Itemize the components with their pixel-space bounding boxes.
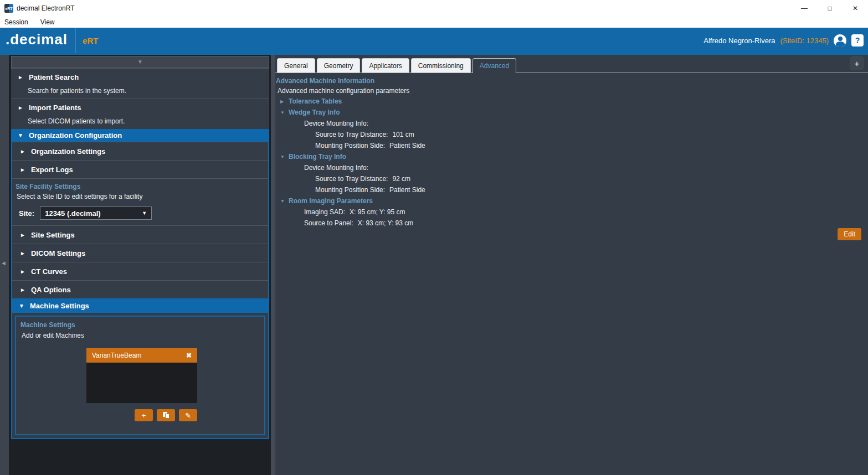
- chevron-right-icon: ►: [18, 74, 23, 80]
- tab-label: General: [284, 62, 308, 70]
- tab-general[interactable]: General: [277, 58, 315, 73]
- maximize-button[interactable]: □: [817, 0, 843, 17]
- field-label: Mounting Position Side:: [315, 142, 385, 149]
- chevron-down-icon: ▼: [19, 303, 24, 309]
- chevron-down-icon: ▼: [137, 59, 143, 65]
- chevron-right-icon: ►: [20, 148, 25, 154]
- sidebar-item-label: Organization Settings: [31, 147, 105, 156]
- sidebar-collapse-strip[interactable]: ◄: [0, 55, 9, 475]
- sidebar-item-label: Export Logs: [31, 166, 73, 174]
- tab-geometry[interactable]: Geometry: [317, 58, 361, 73]
- user-avatar-icon[interactable]: [834, 34, 846, 47]
- site-label: Site:: [19, 209, 34, 218]
- tree-node-label: Tolerance Tables: [289, 97, 342, 105]
- chevron-right-icon: ►: [18, 105, 23, 111]
- site-select-value: 12345 (.decimal): [45, 209, 142, 218]
- close-button[interactable]: ✕: [843, 0, 868, 17]
- sidebar-item-label: Patient Search: [29, 73, 79, 81]
- advanced-tab-content: Advanced Machine Information Advanced ma…: [275, 73, 868, 475]
- sidebar-item-ct-curves[interactable]: ► CT Curves: [12, 262, 268, 280]
- minimize-button[interactable]: —: [792, 0, 817, 17]
- menu-view[interactable]: View: [40, 18, 60, 26]
- field-value: 92 cm: [392, 175, 410, 183]
- chevron-down-icon: ▼: [280, 199, 285, 204]
- page-subtitle: Advanced machine configuration parameter…: [275, 86, 868, 96]
- sidebar-item-patient-search[interactable]: ► Patient Search Search for patients in …: [11, 68, 269, 99]
- machine-list-item-selected[interactable]: VarianTrueBeam ✖: [86, 348, 197, 363]
- decimal-logo: .decimal: [0, 31, 75, 50]
- tree-row: Device Mounting Info:: [275, 162, 868, 173]
- tab-label: Geometry: [324, 62, 353, 70]
- tree-row: Source to Panel:X: 93 cm; Y: 93 cm: [275, 218, 868, 229]
- chevron-right-icon: ►: [20, 167, 25, 173]
- user-name: Alfredo Negron-Rivera: [703, 37, 775, 45]
- sidebar-empty-area: [9, 439, 271, 475]
- add-tab-button[interactable]: +: [850, 56, 864, 70]
- chevron-right-icon: ►: [20, 269, 25, 275]
- tree-node-tolerance-tables[interactable]: ▶ Tolerance Tables: [275, 96, 868, 107]
- sidebar-collapse-handle[interactable]: ▼: [11, 56, 269, 68]
- sidebar-item-label: QA Options: [31, 286, 71, 294]
- site-facility-title: Site Facility Settings: [16, 183, 268, 190]
- field-value: 101 cm: [392, 131, 414, 138]
- sidebar-item-dicom-settings[interactable]: ► DICOM Settings: [12, 244, 268, 262]
- tree-row: Mounting Position Side:Patient Side: [275, 140, 868, 151]
- site-facility-settings-block: Site Facility Settings Select a Site ID …: [12, 178, 268, 225]
- field-label: Imaging SAD:: [304, 208, 345, 216]
- edit-button[interactable]: Edit: [838, 228, 861, 240]
- tab-bar: General Geometry Applicators Commissioni…: [275, 55, 868, 73]
- sidebar-item-machine-settings[interactable]: ▼ Machine Settings: [12, 298, 268, 313]
- window-title: decimal ElectronRT: [17, 4, 74, 12]
- field-label: Source to Tray Distance:: [315, 131, 388, 138]
- tab-applicators[interactable]: Applicators: [362, 58, 409, 73]
- app-header: .decimal eRT Alfredo Negron-Rivera (Site…: [0, 28, 868, 53]
- machine-list-body[interactable]: [86, 363, 197, 403]
- tree-node-wedge-tray-info[interactable]: ▼ Wedge Tray Info: [275, 107, 868, 118]
- field-label: Device Mounting Info:: [304, 120, 368, 127]
- remove-machine-icon[interactable]: ✖: [186, 352, 192, 359]
- product-name: eRT: [76, 36, 98, 45]
- copy-icon: [163, 412, 170, 419]
- menu-session[interactable]: Session: [4, 18, 34, 26]
- tree-row: Mounting Position Side:Patient Side: [275, 184, 868, 195]
- tree-node-label: Room Imaging Parameters: [289, 197, 373, 205]
- tab-label: Commissioning: [418, 62, 464, 70]
- machine-name: VarianTrueBeam: [92, 352, 186, 359]
- sidebar-item-site-settings[interactable]: ► Site Settings: [12, 225, 268, 244]
- tree-node-label: Blocking Tray Info: [289, 153, 346, 161]
- sidebar-item-organization-configuration[interactable]: ▼ Organization Configuration: [11, 129, 269, 142]
- tree-row: Imaging SAD:X: 95 cm; Y: 95 cm: [275, 206, 868, 218]
- site-select[interactable]: 12345 (.decimal) ▼: [40, 206, 152, 220]
- sidebar-main-divider[interactable]: [271, 55, 275, 475]
- sidebar-item-organization-settings[interactable]: ► Organization Settings: [12, 142, 268, 160]
- chevron-right-icon: ▶: [280, 99, 285, 104]
- tab-advanced[interactable]: Advanced: [472, 58, 516, 73]
- tree-node-room-imaging-parameters[interactable]: ▼ Room Imaging Parameters: [275, 195, 868, 206]
- tab-label: Applicators: [369, 62, 402, 70]
- edit-machine-button[interactable]: ✎: [179, 409, 197, 421]
- site-id-badge: (SiteID: 12345): [780, 37, 829, 45]
- help-icon[interactable]: ?: [851, 34, 864, 47]
- sidebar-item-qa-options[interactable]: ► QA Options: [12, 280, 268, 298]
- chevron-down-icon: ▼: [18, 132, 23, 138]
- copy-machine-button[interactable]: [157, 409, 175, 421]
- add-machine-button[interactable]: +: [135, 409, 153, 421]
- field-label: Source to Tray Distance:: [315, 175, 388, 183]
- field-value: X: 93 cm; Y: 93 cm: [358, 219, 414, 227]
- tree-row: Device Mounting Info:: [275, 118, 868, 129]
- sidebar-item-description: Select DICOM patients to import.: [18, 112, 269, 125]
- machine-settings-panel: Machine Settings Add or edit Machines Va…: [15, 316, 265, 435]
- chevron-right-icon: ►: [20, 250, 25, 256]
- chevron-down-icon: ▼: [280, 154, 285, 159]
- field-label: Source to Panel:: [304, 219, 353, 227]
- sidebar-item-export-logs[interactable]: ► Export Logs: [12, 160, 268, 178]
- sidebar-item-import-patients[interactable]: ► Import Patients Select DICOM patients …: [11, 99, 269, 129]
- collapse-left-icon[interactable]: ◄: [1, 260, 7, 266]
- chevron-right-icon: ►: [20, 287, 25, 293]
- field-value: Patient Side: [389, 142, 425, 149]
- tab-commissioning[interactable]: Commissioning: [411, 58, 471, 73]
- tree-node-blocking-tray-info[interactable]: ▼ Blocking Tray Info: [275, 151, 868, 162]
- sidebar-item-description: Search for patients in the system.: [18, 81, 269, 95]
- machine-settings-title: Machine Settings: [16, 321, 264, 329]
- chevron-down-icon: ▼: [142, 210, 147, 216]
